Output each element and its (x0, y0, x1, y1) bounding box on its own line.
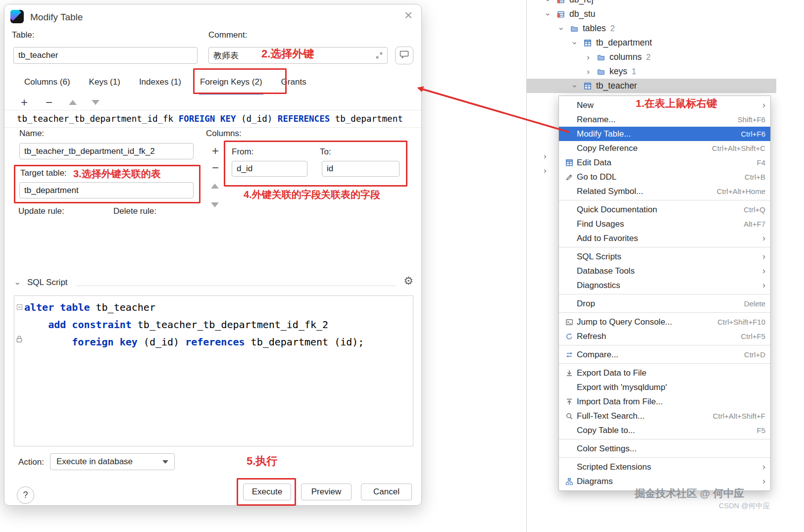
tree-row-tables[interactable]: ›tables2 (527, 21, 804, 36)
name-label: Name: (19, 129, 44, 139)
menu-item-copy-table-to[interactable]: Copy Table to...F5 (559, 423, 770, 437)
item-count: 2 (646, 53, 651, 62)
chevron-right-icon[interactable]: › (544, 151, 547, 161)
tree-row-label: tables (583, 23, 606, 34)
menu-item-label: Diagrams (577, 477, 613, 486)
menu-shortcut: Ctrl+Shift+F10 (717, 318, 765, 326)
submenu-arrow-icon: › (758, 251, 765, 262)
cancel-button[interactable]: Cancel (361, 484, 412, 500)
action-select[interactable]: Execute in database (50, 453, 175, 470)
chevron-down-icon[interactable]: › (543, 0, 553, 3)
menu-item-edit-data[interactable]: Edit DataF4 (559, 155, 770, 170)
menu-item-rename[interactable]: Rename...Shift+F6 (559, 112, 770, 127)
menu-item-import-data-from-file[interactable]: Import Data from File... (559, 394, 770, 409)
tree-row-keys[interactable]: ›keys1 (527, 64, 804, 79)
menu-item-new[interactable]: New› (559, 98, 770, 112)
menu-item-full-text-search[interactable]: Full-Text Search...Ctrl+Alt+Shift+F (559, 409, 770, 423)
menu-item-related-symbol[interactable]: Related Symbol...Ctrl+Alt+Home (559, 184, 770, 198)
menu-shortcut: F4 (756, 158, 765, 167)
menu-item-find-usages[interactable]: Find UsagesAlt+F7 (559, 217, 770, 231)
tab-foreign-keys-2[interactable]: Foreign Keys (2) (200, 70, 262, 95)
from-column-value: d_id (237, 164, 252, 174)
menu-item-copy-reference[interactable]: Copy ReferenceCtrl+Alt+Shift+C (559, 141, 770, 155)
execute-button[interactable]: Execute (243, 484, 291, 500)
tab-keys-1[interactable]: Keys (1) (89, 70, 120, 95)
sql-code: alter table tb_teacher add constraint tb… (14, 299, 413, 351)
columns-label: Columns: (206, 129, 242, 139)
foreign-key-list-row[interactable]: tb_teacher_tb_department_id_fk FOREIGN K… (4, 110, 421, 128)
menu-item-go-to-ddl[interactable]: Go to DDLCtrl+B (559, 170, 770, 184)
submenu-arrow-icon: › (758, 233, 765, 243)
menu-item-scripted-extensions[interactable]: Scripted Extensions› (559, 460, 770, 474)
expand-icon[interactable] (376, 52, 383, 59)
menu-separator (559, 457, 770, 458)
to-column-input[interactable]: id (322, 161, 400, 177)
menu-separator (559, 312, 770, 313)
menu-shortcut: Shift+F6 (738, 115, 765, 124)
chevron-right-icon[interactable]: › (585, 67, 592, 77)
compare-icon (563, 351, 576, 359)
collapse-section-icon[interactable]: › (13, 282, 23, 285)
menu-item-sql-scripts[interactable]: SQL Scripts› (559, 249, 770, 264)
move-mapping-up-icon[interactable] (211, 184, 219, 189)
chevron-right-icon[interactable]: › (544, 166, 547, 176)
tree-row-columns[interactable]: ›columns2 (527, 50, 804, 64)
tree-row-db-stu[interactable]: ›db_stu (527, 7, 804, 21)
sql-editor[interactable]: alter table tb_teacher add constraint tb… (14, 295, 413, 446)
tree-row-tb-teacher[interactable]: ›tb_teacher (527, 79, 776, 93)
menu-item-jump-to-query-console[interactable]: Jump to Query Console...Ctrl+Shift+F10 (559, 315, 770, 329)
close-icon[interactable]: × (404, 8, 412, 22)
menu-item-diagnostics[interactable]: Diagnostics› (559, 278, 770, 292)
tree-row-db-rej[interactable]: ›db_rej (527, 0, 804, 7)
chevron-down-icon[interactable]: › (543, 11, 553, 18)
table-name-input[interactable]: tb_teacher (13, 47, 198, 64)
menu-item-label: Refresh (577, 332, 606, 341)
menu-item-label: Related Symbol... (577, 187, 643, 196)
preview-button[interactable]: Preview (301, 484, 352, 500)
to-label: To: (320, 147, 331, 157)
chevron-down-icon[interactable]: › (570, 83, 580, 90)
tree-row-label: keys (609, 66, 627, 77)
menu-item-export-with-mysqldump[interactable]: Export with 'mysqldump' (559, 380, 770, 394)
move-mapping-down-icon[interactable] (211, 202, 219, 207)
add-icon[interactable]: + (19, 97, 29, 108)
sql-keyword: references (185, 336, 245, 348)
db-icon (555, 0, 566, 4)
comment-input[interactable]: 教师表 (208, 47, 388, 64)
watermark: 掘金技术社区 @ 何中应 (635, 486, 744, 500)
pencil-icon (563, 173, 576, 181)
menu-item-compare[interactable]: Compare...Ctrl+D (559, 347, 770, 362)
fold-marker-icon[interactable] (17, 304, 22, 310)
chevron-right-icon[interactable]: › (585, 52, 592, 62)
help-button[interactable]: ? (17, 486, 34, 504)
menu-item-export-data-to-file[interactable]: Export Data to File (559, 366, 770, 380)
add-column-mapping-icon[interactable]: + (210, 145, 220, 157)
tab-columns-6[interactable]: Columns (6) (24, 70, 70, 95)
move-up-icon[interactable] (69, 100, 77, 105)
menu-item-label: Rename... (577, 115, 615, 125)
chevron-down-icon[interactable]: › (570, 40, 580, 47)
remove-icon[interactable]: − (44, 97, 54, 108)
move-down-icon[interactable] (92, 100, 100, 105)
chevron-down-icon[interactable]: › (556, 25, 566, 32)
comment-editor-button[interactable] (395, 47, 413, 64)
tree-row-tb-department[interactable]: ›tb_department (527, 36, 804, 50)
menu-item-color-settings[interactable]: Color Settings... (559, 441, 770, 456)
fk-name-input[interactable]: tb_teacher_tb_department_id_fk_2 (19, 143, 194, 159)
gear-icon[interactable]: ⚙ (403, 275, 413, 288)
tab-grants[interactable]: Grants (281, 70, 306, 95)
menu-shortcut: Ctrl+D (744, 350, 765, 359)
menu-item-modify-table[interactable]: Modify Table...Ctrl+F6 (559, 127, 770, 141)
menu-item-database-tools[interactable]: Database Tools› (559, 264, 770, 278)
from-column-input[interactable]: d_id (232, 161, 307, 177)
remove-column-mapping-icon[interactable]: − (210, 162, 220, 174)
tab-indexes-1[interactable]: Indexes (1) (139, 70, 181, 95)
target-table-input[interactable]: tb_department (19, 182, 194, 198)
menu-item-drop[interactable]: DropDelete (559, 296, 770, 311)
menu-item-refresh[interactable]: RefreshCtrl+F5 (559, 329, 770, 343)
menu-item-label: Copy Reference (577, 144, 638, 153)
table-label: Table: (12, 30, 34, 40)
menu-item-quick-documentation[interactable]: Quick DocumentationCtrl+Q (559, 202, 770, 217)
menu-item-add-to-favorites[interactable]: Add to Favorites› (559, 231, 770, 245)
menu-item-label: Export with 'mysqldump' (577, 383, 667, 392)
